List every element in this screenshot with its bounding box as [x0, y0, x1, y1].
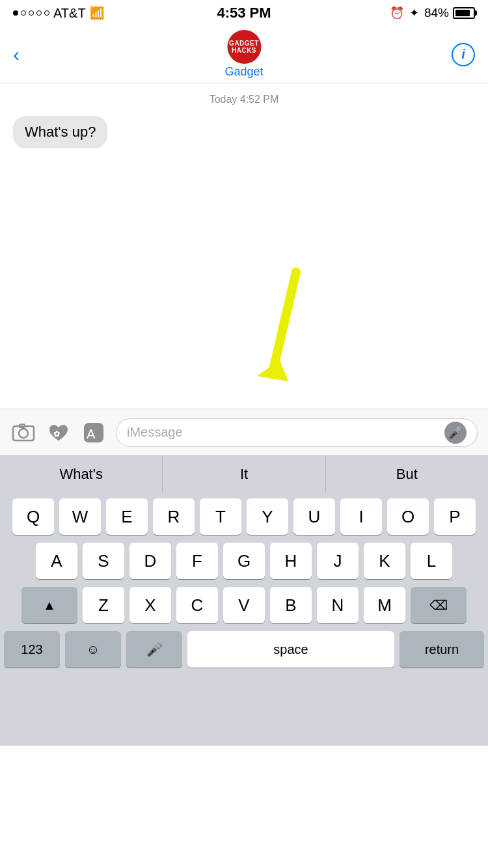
key-i[interactable]: I — [340, 498, 382, 535]
dot-1 — [13, 10, 18, 16]
space-key[interactable]: space — [187, 631, 394, 668]
contact-header: GADGET HACKS Gadget — [224, 30, 263, 79]
signal-dots — [13, 10, 49, 16]
mic-button[interactable]: 🎤 — [444, 422, 467, 444]
key-x[interactable]: X — [129, 587, 171, 623]
key-d[interactable]: D — [129, 543, 171, 579]
svg-text:✿: ✿ — [53, 429, 60, 439]
digital-touch-button[interactable]: ✿ — [46, 420, 72, 446]
key-u[interactable]: U — [293, 498, 335, 535]
key-row-3: ▲ Z X C V B N M ⌫ — [4, 587, 484, 623]
input-bar: ✿ A iMessage 🎤 — [0, 409, 488, 455]
key-h[interactable]: H — [270, 543, 312, 579]
dot-4 — [36, 10, 42, 16]
key-row-bottom: 123 ☺ 🎤 space return — [4, 631, 484, 668]
predictive-item-2[interactable]: It — [163, 456, 325, 492]
carrier-name: AT&T — [53, 6, 86, 21]
key-n[interactable]: N — [317, 587, 359, 623]
battery-fill — [455, 10, 470, 16]
key-k[interactable]: K — [364, 543, 405, 579]
messages-area: Today 4:52 PM What's up? — [0, 83, 488, 265]
avatar: GADGET HACKS — [227, 30, 261, 64]
status-time: 4:53 PM — [217, 5, 271, 21]
svg-point-3 — [19, 429, 28, 438]
battery-icon — [453, 7, 475, 19]
svg-line-0 — [273, 272, 296, 370]
return-key[interactable]: return — [400, 631, 484, 668]
dot-3 — [29, 10, 34, 16]
avatar-line2: HACKS — [232, 47, 256, 54]
info-button[interactable]: i — [452, 43, 475, 66]
microphone-icon: 🎤 — [448, 426, 463, 440]
key-row-2: A S D F G H J K L — [4, 543, 484, 579]
imessage-placeholder: iMessage — [127, 425, 183, 440]
predictive-item-1[interactable]: What's — [0, 456, 163, 492]
key-v[interactable]: V — [223, 587, 265, 623]
arrow-area — [0, 265, 488, 409]
predictive-bar: What's It But — [0, 455, 488, 492]
key-c[interactable]: C — [176, 587, 218, 623]
key-z[interactable]: Z — [83, 587, 124, 623]
key-a[interactable]: A — [36, 543, 77, 579]
status-bar: AT&T 📶 4:53 PM ⏰ ✦ 84% — [0, 0, 488, 26]
app-store-button[interactable]: A — [81, 420, 107, 446]
shift-key[interactable]: ▲ — [21, 587, 77, 623]
key-g[interactable]: G — [223, 543, 265, 579]
bluetooth-icon: ✦ — [409, 6, 419, 20]
message-input[interactable]: iMessage 🎤 — [116, 418, 478, 447]
battery: 84% — [424, 6, 475, 20]
dot-2 — [21, 10, 26, 16]
keyboard: Q W E R T Y U I O P A S D F G H J K L ▲ … — [0, 492, 488, 746]
status-left: AT&T 📶 — [13, 6, 104, 21]
key-b[interactable]: B — [270, 587, 312, 623]
back-chevron-icon: ‹ — [13, 45, 20, 64]
key-w[interactable]: W — [59, 498, 101, 535]
camera-button[interactable] — [10, 420, 36, 446]
emoji-key[interactable]: ☺ — [65, 631, 121, 668]
alarm-icon: ⏰ — [390, 6, 404, 20]
info-icon: i — [461, 47, 465, 62]
message-bubble: What's up? — [13, 116, 107, 148]
key-r[interactable]: R — [153, 498, 195, 535]
nav-header: ‹ GADGET HACKS Gadget i — [0, 26, 488, 83]
avatar-line1: GADGET — [229, 40, 259, 47]
key-row-1: Q W E R T Y U I O P — [4, 498, 484, 535]
message-row: What's up? — [0, 116, 488, 148]
contact-name[interactable]: Gadget — [224, 65, 263, 79]
heart-icon: ✿ — [47, 421, 70, 444]
avatar-logo: GADGET HACKS — [229, 40, 259, 54]
svg-text:A: A — [87, 427, 96, 441]
key-m[interactable]: M — [364, 587, 405, 623]
apps-icon: A — [82, 421, 105, 444]
key-f[interactable]: F — [176, 543, 218, 579]
key-q[interactable]: Q — [12, 498, 54, 535]
annotation-arrow — [244, 265, 309, 396]
status-right: ⏰ ✦ 84% — [390, 6, 475, 20]
key-s[interactable]: S — [83, 543, 124, 579]
wifi-icon: 📶 — [90, 6, 104, 20]
key-y[interactable]: Y — [247, 498, 288, 535]
key-l[interactable]: L — [411, 543, 452, 579]
key-e[interactable]: E — [106, 498, 148, 535]
message-timestamp: Today 4:52 PM — [0, 94, 488, 105]
battery-percent: 84% — [424, 6, 449, 20]
camera-icon — [12, 421, 35, 444]
key-p[interactable]: P — [434, 498, 476, 535]
back-button[interactable]: ‹ — [13, 45, 20, 64]
numbers-key[interactable]: 123 — [4, 631, 60, 668]
voice-key[interactable]: 🎤 — [126, 631, 182, 668]
key-o[interactable]: O — [387, 498, 429, 535]
key-j[interactable]: J — [317, 543, 359, 579]
dot-5 — [44, 10, 49, 16]
predictive-item-3[interactable]: But — [326, 456, 488, 492]
key-t[interactable]: T — [200, 498, 241, 535]
backspace-key[interactable]: ⌫ — [411, 587, 467, 623]
